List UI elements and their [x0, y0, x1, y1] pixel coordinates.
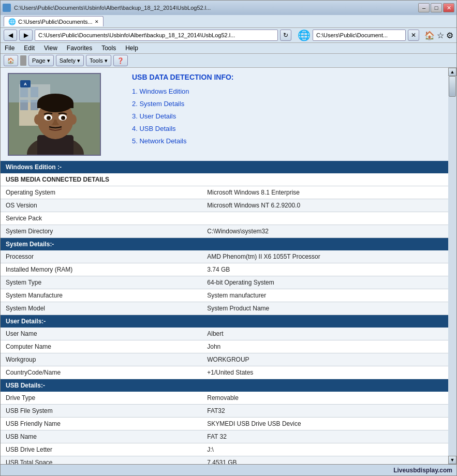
nav-link-windows-edition[interactable]: 1. Windows Edition [132, 85, 441, 98]
header-section: A USB DATA DETECTION INFO: 1. Windows Ed… [1, 68, 448, 161]
address-input[interactable] [35, 29, 278, 41]
gear-icon[interactable]: ⚙ [446, 31, 453, 40]
svg-point-19 [49, 117, 50, 118]
row-label: System Type [1, 276, 202, 289]
links-section: USB DATA DETECTION INFO: 1. Windows Edit… [111, 73, 441, 156]
svg-point-13 [34, 114, 41, 125]
toolbar: 🏠 Page ▾ Safety ▾ Tools ▾ ❓ [1, 54, 456, 68]
table-row: USB Total Space 7.4531 GB [1, 456, 448, 465]
page-content: A USB DATA DETECTION INFO: 1. Windows Ed… [1, 68, 448, 464]
address-input-2[interactable] [313, 29, 406, 41]
row-label: USB Name [1, 430, 202, 443]
table-row: System Directory C:\Windows\system32 [1, 225, 448, 238]
refresh-button[interactable]: ↻ [280, 29, 291, 41]
table-row: System Type 64-bit Operating System [1, 276, 448, 289]
table-row: USB Name FAT 32 [1, 430, 448, 443]
row-label: Workgroup [1, 353, 202, 366]
menu-favorites[interactable]: Favorites [66, 44, 93, 52]
user-details-header: User Details:- [1, 315, 448, 328]
row-label: Computer Name [1, 340, 202, 353]
row-value: J:\ [202, 443, 448, 456]
table-row: OS Version Microsoft Windows NT 6.2.9200… [1, 199, 448, 212]
tab-close-icon[interactable]: ✕ [95, 19, 99, 24]
star-icon[interactable]: ☆ [437, 31, 444, 40]
scroll-track[interactable] [448, 76, 456, 456]
row-label: System Model [1, 302, 202, 315]
usb-details-header: USB Details:- [1, 379, 448, 392]
row-label: User Name [1, 328, 202, 340]
table-row: USB Drive Letter J:\ [1, 443, 448, 456]
window-controls: – □ ✕ [418, 3, 454, 12]
row-value: System Product Name [202, 302, 448, 315]
table-row: USB MEDIA CONNECTED DETAILS [1, 173, 448, 186]
tab-label: C:\Users\Public\Documents... [18, 19, 93, 25]
row-label: USB Drive Letter [1, 443, 202, 456]
title-bar: C:\Users\Public\Documents\Usbinfo\Albert… [1, 1, 456, 15]
row-value: System manufacturer [202, 289, 448, 302]
home-button[interactable]: 🏠 [4, 55, 18, 66]
table-row: Workgroup WORKGROUP [1, 353, 448, 366]
menu-tools[interactable]: Tools [100, 44, 117, 52]
maximize-button[interactable]: □ [431, 3, 442, 12]
safety-dropdown[interactable]: Safety ▾ [56, 55, 84, 66]
profile-photo: A [8, 73, 101, 156]
tools-dropdown[interactable]: Tools ▾ [86, 55, 111, 66]
scrollbar[interactable]: ▲ ▼ [448, 68, 456, 464]
status-bar: Liveusbdisplay.com [1, 464, 456, 475]
browser-window: C:\Users\Public\Documents\Usbinfo\Albert… [0, 0, 457, 476]
address-row: ◀ ▶ ↻ 🌐 ✕ 🏠 ☆ ⚙ [1, 28, 456, 43]
row-label: System Manufacture [1, 289, 202, 302]
data-table: Windows Edition :- USB MEDIA CONNECTED D… [1, 161, 448, 464]
svg-rect-12 [37, 103, 73, 108]
scroll-up-button[interactable]: ▲ [448, 68, 456, 76]
page-dropdown[interactable]: Page ▾ [28, 55, 54, 66]
row-value: Removable [202, 392, 448, 405]
menu-help[interactable]: Help [124, 44, 139, 52]
tab-icon: 🌐 [8, 18, 16, 25]
table-row: System Manufacture System manufacturer [1, 289, 448, 302]
row-label: USB MEDIA CONNECTED DETAILS [1, 173, 448, 186]
scroll-down-button[interactable]: ▼ [448, 456, 456, 464]
row-value: 64-bit Operating System [202, 276, 448, 289]
nav-link-user-details[interactable]: 3. User Details [132, 110, 441, 123]
tab-close-button[interactable]: ✕ [408, 29, 419, 41]
row-label: Processor [1, 250, 202, 263]
content-area: A USB DATA DETECTION INFO: 1. Windows Ed… [1, 68, 456, 464]
table-row: CountryCode/Name +1/United States [1, 366, 448, 379]
row-value: Microsoft Windows NT 6.2.9200.0 [202, 199, 448, 212]
nav-link-usb-details[interactable]: 4. USB Details [132, 123, 441, 135]
section-header-windows: Windows Edition :- [1, 161, 448, 173]
row-label: USB File System [1, 405, 202, 418]
svg-point-14 [69, 114, 77, 125]
nav-link-system-details[interactable]: 2. System Details [132, 98, 441, 110]
menu-file[interactable]: File [4, 44, 16, 52]
nav-link-network-details[interactable]: 5. Network Details [132, 135, 441, 147]
row-value: 7.4531 GB [202, 456, 448, 465]
menu-edit[interactable]: Edit [23, 44, 36, 52]
minimize-button[interactable]: – [418, 3, 430, 12]
back-button[interactable]: ◀ [4, 29, 17, 41]
row-value: John [202, 340, 448, 353]
help-button[interactable]: ❓ [113, 55, 128, 66]
row-value [202, 212, 448, 225]
windows-edition-header: Windows Edition :- [1, 161, 448, 173]
window-title: C:\Users\Public\Documents\Usbinfo\Albert… [14, 5, 211, 11]
row-value: Microsoft Windows 8.1 Enterprise [202, 186, 448, 199]
scroll-thumb[interactable] [449, 76, 456, 97]
table-row: USB Friendly Name SKYMEDI USB Drive USB … [1, 418, 448, 430]
table-row: Installed Memory (RAM) 3.74 GB [1, 263, 448, 276]
svg-text:A: A [24, 82, 27, 86]
browser-tab[interactable]: 🌐 C:\Users\Public\Documents... ✕ [4, 16, 104, 26]
row-label: Service Pack [1, 212, 202, 225]
forward-button[interactable]: ▶ [19, 29, 33, 41]
close-button[interactable]: ✕ [443, 3, 454, 12]
ie-logo: 🌐 [298, 29, 311, 41]
print-icon [20, 55, 26, 66]
row-value: +1/United States [202, 366, 448, 379]
menu-view[interactable]: View [43, 44, 58, 52]
table-row: System Model System Product Name [1, 302, 448, 315]
home-icon[interactable]: 🏠 [424, 31, 435, 40]
table-row: Drive Type Removable [1, 392, 448, 405]
row-label: CountryCode/Name [1, 366, 202, 379]
section-header-system: System Details:- [1, 238, 448, 251]
